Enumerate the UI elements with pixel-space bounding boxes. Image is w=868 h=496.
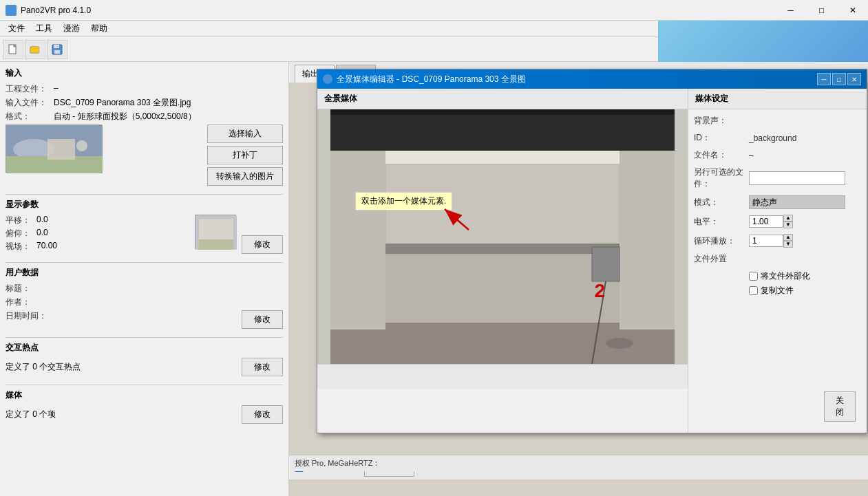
mode-select[interactable]: 静态声 [749, 195, 845, 209]
close-button[interactable]: ✕ [837, 0, 868, 21]
panorama-media-editor-dialog: 全景媒体编辑器 - DSC_0709 Panorama 303 全景图 ─ □ … [317, 69, 867, 433]
id-label: ID： [694, 132, 749, 144]
tilt-value: 0.0 [36, 228, 48, 239]
copy-files-checkbox[interactable] [749, 286, 758, 295]
datetime-label: 日期时间： [6, 310, 54, 329]
input-file-value: DSC_0709 Panorama 303 全景图.jpg [54, 97, 191, 109]
mode-label: 模式： [694, 197, 749, 208]
project-row: 工程文件： – [6, 83, 283, 95]
menu-help[interactable]: 帮助 [85, 21, 113, 36]
bg-sound-label: 背景声： [694, 115, 749, 127]
maximize-button[interactable]: □ [806, 0, 837, 21]
volume-input[interactable] [749, 215, 783, 228]
alt-files-label: 另行可选的文件： [694, 166, 749, 190]
dialog-minimize-button[interactable]: ─ [817, 73, 831, 85]
new-button[interactable] [3, 40, 23, 59]
display-preview [195, 215, 236, 249]
hotspot-row: 定义了 0 个交互热点 修改 [6, 358, 283, 376]
project-label: 工程文件： [6, 83, 54, 95]
author-label: 作者： [6, 296, 54, 308]
dialog-bottom-bar [317, 364, 688, 389]
modify-user-button[interactable]: 修改 [242, 310, 283, 329]
author-row: 作者： [6, 296, 283, 308]
hotspot-count: 定义了 0 个交互热点 [6, 361, 81, 373]
display-params: 平移： 0.0 俯仰： 0.0 视场： 70.00 [6, 215, 283, 254]
loop-label: 循环播放： [694, 235, 749, 247]
input-buttons: 选择输入 打补丁 转换输入的图片 [207, 125, 283, 186]
externalize-checkbox-label: 将文件外部化 [761, 270, 810, 282]
svg-rect-6 [54, 50, 60, 54]
annotation-2: 2 [594, 280, 605, 302]
patch-button[interactable]: 打补丁 [207, 146, 283, 164]
input-preview-image [6, 125, 102, 173]
hotspot-title: 交互热点 [6, 342, 283, 354]
copy-files-label: 复制文件 [761, 285, 794, 296]
loop-spinbox-buttons: ▲ ▼ [783, 234, 793, 248]
format-label: 格式： [6, 111, 54, 122]
svg-rect-26 [620, 151, 675, 330]
loop-spinbox: ▲ ▼ [749, 234, 793, 248]
modify-hotspot-button[interactable]: 修改 [242, 358, 283, 376]
loop-input[interactable] [749, 235, 783, 247]
title-bar-controls: ─ □ ✕ [775, 0, 868, 21]
volume-down-button[interactable]: ▼ [783, 222, 793, 228]
volume-up-button[interactable]: ▲ [783, 215, 793, 222]
project-value: – [54, 83, 59, 95]
menu-file[interactable]: 文件 [3, 21, 30, 36]
modify-media-button[interactable]: 修改 [242, 405, 283, 424]
user-data-section: 用户数据 标题： 作者： 日期时间： 修改 [6, 267, 283, 329]
display-params-title: 显示参数 [6, 199, 283, 211]
display-params-section: 显示参数 平移： 0.0 俯仰： 0.0 视场： 70.00 [6, 199, 283, 254]
hotspot-section: 交互热点 定义了 0 个交互热点 修改 [6, 342, 283, 376]
status-text: 授权 Pro, MeGaHeRTZ： [295, 458, 381, 468]
fov-row: 视场： 70.00 [6, 241, 189, 252]
loop-down-button[interactable]: ▼ [783, 241, 793, 248]
alt-files-input[interactable] [749, 171, 845, 185]
title-label: 标题： [6, 283, 54, 294]
save-button[interactable] [47, 40, 67, 59]
externalize-checkbox[interactable] [749, 272, 758, 281]
dialog-close-btn[interactable]: 关闭 [824, 391, 856, 422]
panorama-viewport[interactable]: 双击添加一个媒体元素. 2 [317, 109, 688, 364]
title-bar: Pano2VR pro 4.1.0 ─ □ ✕ [0, 0, 868, 21]
tilt-row: 俯仰： 0.0 [6, 228, 189, 239]
params-table: 平移： 0.0 俯仰： 0.0 视场： 70.00 [6, 215, 189, 254]
svg-rect-14 [199, 239, 233, 250]
open-button[interactable] [25, 40, 45, 59]
id-row: ID： _background [694, 132, 861, 144]
convert-button[interactable]: 转换输入的图片 [207, 167, 283, 186]
modify-display-button[interactable]: 修改 [242, 235, 283, 254]
pan-row: 平移： 0.0 [6, 215, 189, 226]
filename-value: – [749, 151, 861, 160]
volume-label: 电平： [694, 216, 749, 228]
left-panel: 输入 工程文件： – 输入文件： DSC_0709 Panorama 303 全… [0, 62, 289, 496]
svg-point-11 [76, 140, 87, 151]
mode-row: 模式： 静态声 [694, 195, 861, 209]
svg-rect-25 [330, 151, 385, 330]
pan-label: 平移： [6, 215, 36, 226]
externalize-label: 文件外置 [694, 253, 749, 265]
filename-row: 文件名： – [694, 149, 861, 161]
menu-tools[interactable]: 工具 [30, 21, 58, 36]
input-file-label: 输入文件： [6, 97, 54, 109]
id-value: _background [749, 133, 861, 143]
select-input-button[interactable]: 选择输入 [207, 125, 283, 143]
externalize-checkbox-row: 将文件外部化 [749, 270, 861, 282]
volume-spinbox: ▲ ▼ [749, 215, 793, 228]
externalize-row: 文件外置 [694, 253, 861, 265]
tilt-label: 俯仰： [6, 228, 36, 239]
svg-rect-27 [592, 247, 620, 281]
dialog-close-button[interactable]: ✕ [847, 73, 861, 85]
menu-tour[interactable]: 漫游 [58, 21, 85, 36]
svg-rect-13 [199, 219, 233, 239]
dialog-icon [323, 74, 332, 84]
minimize-button[interactable]: ─ [775, 0, 806, 21]
loop-up-button[interactable]: ▲ [783, 234, 793, 241]
media-count: 定义了 0 个项 [6, 409, 56, 420]
svg-point-29 [606, 338, 633, 349]
input-preview-area: 选择输入 打补丁 转换输入的图片 [6, 125, 283, 186]
filename-label: 文件名： [694, 149, 749, 161]
dialog-title: 全景媒体编辑器 - DSC_0709 Panorama 303 全景图 [337, 74, 526, 85]
settings-title: 媒体设定 [688, 89, 867, 109]
dialog-maximize-button[interactable]: □ [832, 73, 846, 85]
